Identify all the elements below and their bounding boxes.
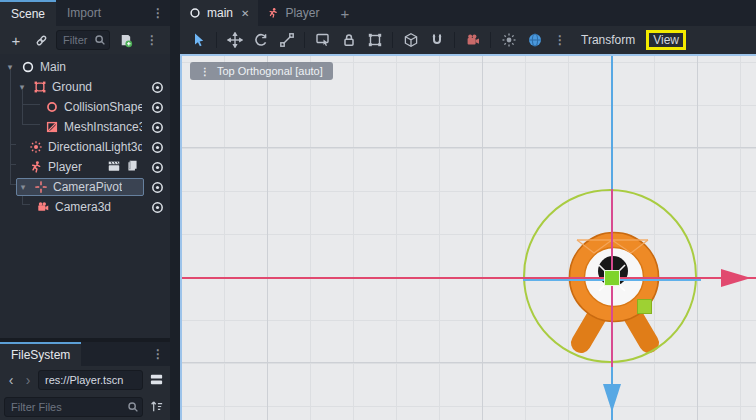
view-label-text: Top Orthogonal [auto]	[217, 65, 323, 77]
group-icon[interactable]	[362, 28, 387, 52]
local-space-icon[interactable]	[398, 28, 423, 52]
tab-filesystem[interactable]: FileSystem	[0, 342, 81, 366]
godot-editor-window: Scene Import ⋮ +	[0, 0, 756, 420]
visibility-eye-icon[interactable]	[144, 140, 170, 155]
filesystem-filter-row	[0, 393, 170, 420]
filesystem-menu-icon[interactable]: ⋮	[146, 348, 170, 360]
visibility-eye-icon[interactable]	[144, 80, 170, 95]
close-tab-icon[interactable]: ✕	[239, 8, 249, 19]
preview-sunlight-icon[interactable]	[496, 28, 521, 52]
scene-panel-toolbar: + ⋮	[0, 26, 170, 54]
add-node-button[interactable]: +	[6, 30, 26, 50]
node-label: Player	[48, 160, 82, 174]
tree-row-collisionshape3d[interactable]: CollisionShape3d	[0, 97, 170, 117]
meshinstance3d-icon	[44, 119, 60, 135]
snap-icon[interactable]	[424, 28, 449, 52]
node-label: Main	[40, 60, 66, 74]
expand-icon[interactable]: ▾	[4, 62, 16, 72]
nav-forward-button[interactable]: ›	[21, 372, 35, 388]
dock-splitter[interactable]	[170, 0, 180, 420]
view-label-menu-icon[interactable]: ⋮	[200, 66, 210, 77]
player-character-icon	[28, 159, 44, 175]
node-label: Camera3d	[55, 200, 111, 214]
scene-tab-main[interactable]: main ✕	[180, 0, 258, 26]
expand-icon[interactable]: ▾	[16, 82, 28, 92]
select-tool-icon[interactable]	[186, 28, 211, 52]
list-select-icon[interactable]	[310, 28, 335, 52]
filter-files-input[interactable]	[4, 397, 143, 417]
attach-script-icon[interactable]	[115, 30, 135, 50]
viewport-extra-menu-icon[interactable]: ⋮	[548, 34, 572, 46]
viewport-view-label[interactable]: ⋮ Top Orthogonal [auto]	[190, 62, 333, 80]
move-gizmo-x-arrow[interactable]	[721, 269, 751, 287]
left-dock-tabbar: Scene Import ⋮	[0, 0, 170, 26]
tree-row-ground[interactable]: ▾ Ground	[0, 77, 170, 97]
scale-tool-icon[interactable]	[274, 28, 299, 52]
camera3d-icon	[35, 199, 51, 215]
script-badge-icon[interactable]	[126, 159, 139, 176]
tab-filesystem-label: FileSystem	[11, 348, 70, 362]
filesystem-panel: FileSystem ⋮ ‹ ›	[0, 342, 170, 420]
camera-preview-icon[interactable]	[460, 28, 485, 52]
node-label: DirectionalLight3d	[48, 140, 142, 154]
visibility-eye-icon[interactable]	[144, 200, 170, 215]
viewport-toolbar: ⋮ Transform View	[180, 26, 756, 54]
node-label: MeshInstance3d	[64, 120, 142, 134]
node-icon	[20, 59, 36, 75]
toggle-split-mode-icon[interactable]	[146, 370, 166, 390]
filesystem-nav: ‹ ›	[0, 366, 170, 393]
tree-row-meshinstance3d[interactable]: MeshInstance3d	[0, 117, 170, 137]
viewport-focus-border	[180, 54, 182, 420]
move-gizmo-y-center-handle[interactable]	[604, 270, 620, 286]
node-label: Ground	[52, 80, 92, 94]
file-sort-icon[interactable]	[146, 397, 166, 417]
node-label: CameraPivot	[53, 180, 122, 194]
scene-tree-menu-icon[interactable]: ⋮	[140, 34, 164, 46]
current-path-field[interactable]	[38, 370, 143, 390]
new-scene-tab-button[interactable]: +	[328, 5, 361, 22]
move-tool-icon[interactable]	[222, 28, 247, 52]
tree-row-player[interactable]: Player	[0, 157, 170, 177]
tree-row-camerapivot[interactable]: ▾ CameraPivot	[0, 177, 170, 197]
tab-import-label: Import	[67, 6, 101, 20]
visibility-eye-icon[interactable]	[144, 100, 170, 115]
main-region: main ✕ Player +	[180, 0, 756, 420]
lock-icon[interactable]	[336, 28, 361, 52]
instance-scene-icon[interactable]	[31, 30, 51, 50]
collisionshape3d-icon	[44, 99, 60, 115]
scene-tab-player[interactable]: Player	[258, 0, 328, 26]
staticbody3d-icon	[32, 79, 48, 95]
tab-import[interactable]: Import	[56, 0, 112, 26]
visibility-eye-icon[interactable]	[144, 160, 170, 175]
scene-root-icon	[189, 7, 201, 19]
tree-row-camera3d[interactable]: Camera3d	[0, 197, 170, 217]
preview-environment-icon[interactable]	[522, 28, 547, 52]
view-menu[interactable]: View	[646, 30, 686, 50]
tab-scene[interactable]: Scene	[0, 0, 56, 26]
rotate-tool-icon[interactable]	[248, 28, 273, 52]
directionallight3d-icon	[28, 139, 44, 155]
tree-row-main[interactable]: ▾ Main	[0, 57, 170, 77]
expand-icon[interactable]: ▾	[17, 182, 29, 192]
scene-tabbar: main ✕ Player +	[180, 0, 756, 26]
scene-tab-label: Player	[285, 6, 319, 20]
tab-scene-label: Scene	[11, 7, 45, 21]
node3d-pivot-icon	[33, 179, 49, 195]
scene-tree: ▾ Main ▾	[0, 54, 170, 217]
viewport-focus-border	[180, 54, 756, 56]
node-label: CollisionShape3d	[64, 100, 142, 114]
visibility-eye-icon[interactable]	[144, 120, 170, 135]
move-gizmo-plane-handle[interactable]	[637, 299, 652, 314]
player-scene-icon	[267, 7, 279, 19]
visibility-eye-icon[interactable]	[144, 180, 170, 195]
viewport-3d[interactable]: ⋮ Top Orthogonal [auto]	[180, 54, 756, 420]
open-instanced-scene-icon[interactable]	[107, 159, 121, 176]
filter-nodes-search	[56, 30, 110, 50]
tree-row-directionallight3d[interactable]: DirectionalLight3d	[0, 137, 170, 157]
transform-menu[interactable]: Transform	[573, 30, 643, 50]
move-gizmo-z-arrow[interactable]	[603, 384, 621, 412]
nav-back-button[interactable]: ‹	[4, 372, 18, 388]
search-icon	[93, 33, 107, 47]
scene-panel-menu-icon[interactable]: ⋮	[146, 7, 170, 19]
scene-tab-label: main	[207, 6, 233, 20]
